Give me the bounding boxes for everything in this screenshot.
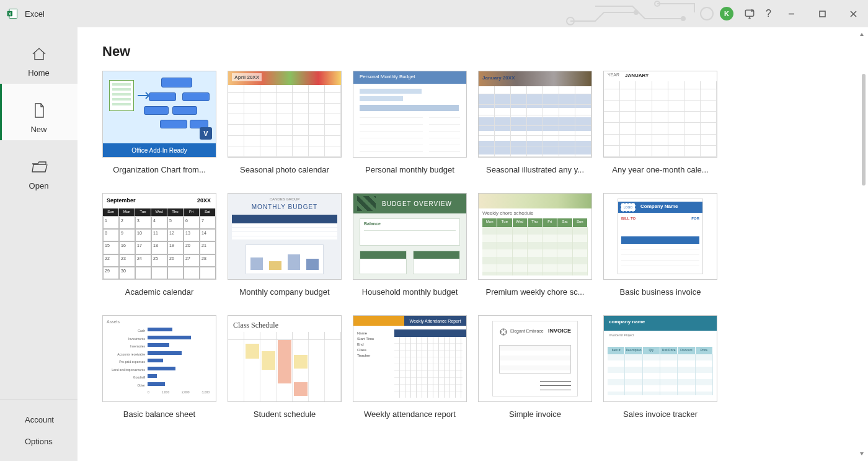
template-caption: Academic calendar xyxy=(125,287,194,297)
scroll-up-icon[interactable] xyxy=(857,30,867,40)
scrollbar[interactable] xyxy=(857,30,867,459)
thumb-org-chart: V Office Add-In Ready xyxy=(102,71,216,158)
template-caption: Seasonal illustrated any y... xyxy=(486,165,584,174)
coming-soon-icon[interactable] xyxy=(742,6,757,21)
template-sales-invoice-tracker[interactable]: company name Invoice for Project Item #D… xyxy=(603,315,717,419)
excel-app-icon: X xyxy=(6,7,19,20)
help-button[interactable]: ? xyxy=(766,8,771,19)
template-academic-calendar[interactable]: September 20XX SunMonTueWedThuFriSat 123… xyxy=(102,193,216,297)
template-balance-sheet[interactable]: Assets CashInvestmentsInventoriesAccount… xyxy=(102,315,216,419)
user-avatar[interactable]: K xyxy=(720,7,733,20)
template-caption: Weekly attendance report xyxy=(364,410,456,419)
template-caption: Sales invoice tracker xyxy=(623,410,698,419)
template-caption: Simple invoice xyxy=(509,410,561,419)
template-attendance-report[interactable]: Weekly Attendance Report NameStart TimeE… xyxy=(353,315,467,419)
open-folder-icon xyxy=(30,158,48,176)
template-monthly-company-budget[interactable]: CANDES GROUP MONTHLY BUDGET Monthly comp… xyxy=(228,193,342,297)
template-caption: Basic business invoice xyxy=(620,287,701,297)
avatar-initial: K xyxy=(724,10,729,17)
scroll-down-icon[interactable] xyxy=(857,449,867,459)
svg-point-7 xyxy=(701,7,713,20)
sidebar-label-home: Home xyxy=(28,68,50,78)
backstage-sidebar: Home New Open Account Options xyxy=(0,27,78,461)
thumb-acad: September 20XX SunMonTueWedThuFriSat 123… xyxy=(102,193,216,280)
thumb-mcb: CANDES GROUP MONTHLY BUDGET xyxy=(228,193,342,280)
close-button[interactable] xyxy=(842,5,864,22)
minimize-button[interactable] xyxy=(780,5,802,22)
template-any-year-calendar[interactable]: YEAR JANUARY Any year one-month cale... xyxy=(603,71,717,174)
template-student-schedule[interactable]: Class Schedule Student schedule xyxy=(228,315,342,419)
template-household-budget[interactable]: BUDGET OVERVIEW Household monthly budget xyxy=(353,193,467,297)
thumb-stud: Class Schedule xyxy=(228,315,342,402)
template-simple-invoice[interactable]: Elegant Embrace INVOICE Simple invoice xyxy=(478,315,592,419)
thumb-hmb: BUDGET OVERVIEW xyxy=(353,193,467,280)
template-caption: Any year one-month cale... xyxy=(612,165,708,174)
template-weekly-chore[interactable]: Weekly chore schedule MonTueWedThuFriSat… xyxy=(478,193,592,297)
addin-bar: Office Add-In Ready xyxy=(103,143,216,157)
sidebar-label-open: Open xyxy=(29,181,49,190)
svg-point-5 xyxy=(681,17,685,20)
title-bar: X Excel K ? xyxy=(0,0,868,27)
thumb-chore: Weekly chore schedule MonTueWedThuFriSat… xyxy=(478,193,592,280)
thumb-sinv: Elegant Embrace INVOICE xyxy=(478,315,592,402)
template-seasonal-illustrated[interactable]: January 20XX Seasonal illustrated any y.… xyxy=(478,71,592,174)
new-page-content: New V Office Add-In Ready Organization C… xyxy=(78,27,868,461)
template-caption: Personal monthly budget xyxy=(365,165,454,174)
decorative-circuit xyxy=(564,0,725,27)
sidebar-label-new: New xyxy=(30,125,46,134)
template-caption: Student schedule xyxy=(254,410,316,419)
sidebar-item-home[interactable]: Home xyxy=(0,27,78,84)
page-heading: New xyxy=(102,43,843,60)
sidebar-account-link[interactable]: Account xyxy=(0,409,78,431)
home-icon xyxy=(30,45,48,63)
template-org-chart[interactable]: V Office Add-In Ready Organization Chart… xyxy=(102,71,216,174)
thumb-inv: LOGO Company Name BILL TOFOR xyxy=(603,193,717,280)
sidebar-item-open[interactable]: Open xyxy=(0,140,78,197)
thumb-att: Weekly Attendance Report NameStart TimeE… xyxy=(353,315,467,402)
template-caption: Seasonal photo calendar xyxy=(240,165,329,174)
app-title: Excel xyxy=(25,9,45,19)
thumb-any: YEAR JANUARY xyxy=(603,71,717,158)
template-caption: Household monthly budget xyxy=(362,287,458,297)
thumb-sill: January 20XX xyxy=(478,71,592,158)
sidebar-item-new[interactable]: New xyxy=(0,84,78,140)
visio-badge: V xyxy=(200,127,212,140)
thumb-sit: company name Invoice for Project Item #D… xyxy=(603,315,717,402)
thumb-bal: Assets CashInvestmentsInventoriesAccount… xyxy=(102,315,216,402)
maximize-button[interactable] xyxy=(811,5,833,22)
svg-text:X: X xyxy=(9,12,12,16)
svg-rect-9 xyxy=(820,11,825,17)
new-file-icon xyxy=(30,101,48,120)
thumb-pmb: Personal Monthly Budget xyxy=(353,71,467,158)
template-caption: Premium weekly chore sc... xyxy=(486,287,585,297)
template-caption: Monthly company budget xyxy=(239,287,329,297)
template-caption: Basic balance sheet xyxy=(123,410,195,419)
thumb-seasonal: April 20XX xyxy=(228,71,342,158)
scroll-thumb[interactable] xyxy=(862,74,866,186)
template-seasonal-photo-calendar[interactable]: April 20XX Seasonal photo calendar xyxy=(228,71,342,174)
sidebar-options-link[interactable]: Options xyxy=(0,431,78,452)
scroll-track[interactable] xyxy=(858,40,866,449)
template-caption: Organization Chart from... xyxy=(113,165,206,174)
template-business-invoice[interactable]: LOGO Company Name BILL TOFOR Basic busin… xyxy=(603,193,717,297)
template-personal-monthly-budget[interactable]: Personal Monthly Budget Personal monthly… xyxy=(353,71,467,174)
template-grid: V Office Add-In Ready Organization Chart… xyxy=(102,71,843,419)
